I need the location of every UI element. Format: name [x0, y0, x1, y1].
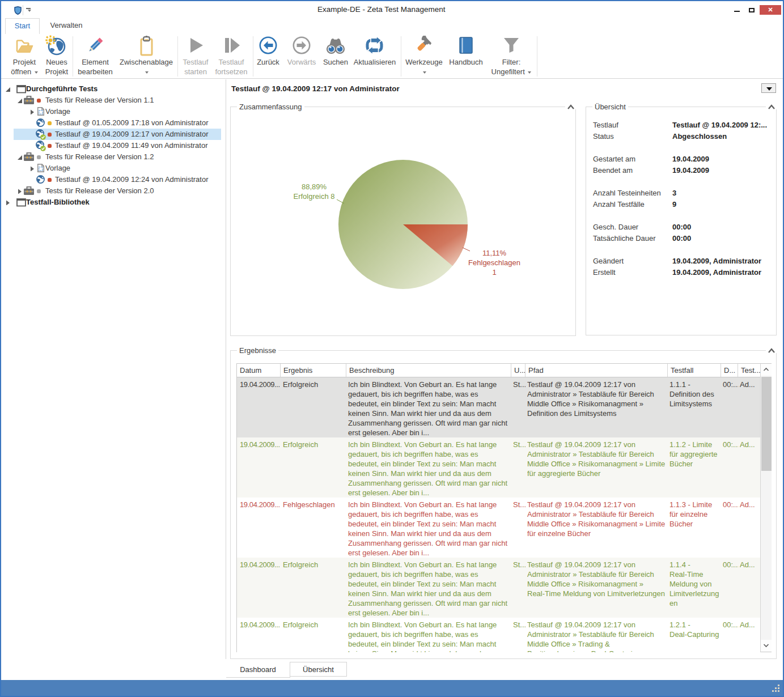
svg-text:11,11%: 11,11%: [482, 249, 507, 257]
svg-text:Erfolgreich 8: Erfolgreich 8: [294, 192, 335, 201]
svg-text:88,89%: 88,89%: [302, 182, 327, 191]
svg-text:Fehlgeschlagen: Fehlgeschlagen: [468, 258, 520, 267]
svg-text:1: 1: [492, 268, 496, 277]
